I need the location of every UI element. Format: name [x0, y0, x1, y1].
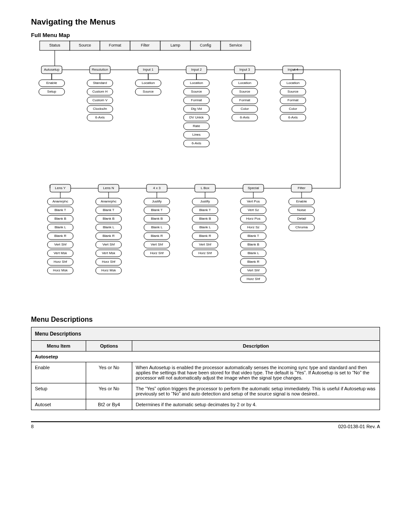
menu-tree-diagram: StatusSourceFormatFilterLampConfigServic… — [31, 40, 380, 303]
col-description: Description — [132, 341, 380, 352]
svg-text:Input 3: Input 3 — [240, 68, 250, 72]
svg-text:Blank T: Blank T — [151, 208, 163, 212]
svg-text:Vert Shf: Vert Shf — [54, 243, 67, 246]
col-menu-item: Menu Item — [31, 341, 86, 352]
svg-text:Enable: Enable — [47, 81, 57, 85]
svg-text:Blank B: Blank B — [151, 217, 163, 221]
svg-text:Horz Shf: Horz Shf — [246, 277, 260, 281]
svg-text:Horz Shf: Horz Shf — [150, 251, 164, 255]
svg-text:Special: Special — [248, 186, 259, 190]
svg-text:Autosetup: Autosetup — [44, 68, 60, 72]
svg-text:Clocks/ln: Clocks/ln — [93, 107, 107, 111]
svg-text:Horz Pos: Horz Pos — [246, 217, 261, 221]
svg-text:4 x 3: 4 x 3 — [153, 186, 161, 190]
svg-text:Horz Shf: Horz Shf — [198, 251, 212, 255]
svg-text:Custom H: Custom H — [92, 90, 108, 93]
svg-text:Input 2: Input 2 — [191, 68, 202, 72]
svg-text:Location: Location — [190, 81, 203, 85]
svg-text:Vert Shf: Vert Shf — [151, 243, 163, 246]
cell-item: Autoset — [31, 399, 86, 410]
menu-descriptions-table: Menu Descriptions Menu Item Options Desc… — [31, 327, 380, 410]
svg-text:Resolution: Resolution — [92, 68, 108, 72]
svg-text:Vert Shf: Vert Shf — [199, 243, 212, 246]
svg-text:Blank B: Blank B — [247, 243, 259, 246]
svg-text:6-Axis: 6-Axis — [95, 115, 105, 119]
svg-text:Blank R: Blank R — [247, 260, 259, 264]
doc-revision: 020-0138-01 Rev. A — [338, 424, 380, 429]
svg-text:Blank L: Blank L — [103, 225, 115, 229]
svg-text:Horz Msk: Horz Msk — [101, 268, 116, 272]
svg-text:Setup: Setup — [47, 90, 56, 93]
svg-text:Anamrphc: Anamrphc — [101, 199, 116, 203]
svg-text:Vert Msk: Vert Msk — [53, 251, 67, 255]
svg-text:Status: Status — [49, 43, 60, 47]
svg-text:Standard: Standard — [93, 81, 107, 85]
svg-text:Noise: Noise — [297, 208, 306, 212]
table-heading: Menu Descriptions — [31, 316, 380, 324]
svg-text:L Box: L Box — [201, 186, 209, 190]
svg-text:Custom V: Custom V — [92, 98, 108, 102]
svg-text:Blank R: Blank R — [54, 234, 66, 238]
svg-text:Blank L: Blank L — [248, 251, 259, 255]
svg-text:Lens Y: Lens Y — [55, 186, 66, 190]
svg-text:Color: Color — [289, 107, 297, 111]
cell-desc: When Autosetup is enabled the processor … — [132, 362, 380, 383]
svg-text:Vert Shf: Vert Shf — [103, 243, 115, 246]
svg-text:Blank L: Blank L — [199, 225, 211, 229]
cell-desc: Determines if the automatic setup decima… — [132, 399, 380, 410]
svg-text:6-Axis: 6-Axis — [288, 115, 298, 119]
svg-text:Horz Shf: Horz Shf — [53, 260, 67, 264]
svg-text:Location: Location — [238, 81, 251, 85]
svg-text:Blank R: Blank R — [199, 234, 211, 238]
svg-text:Justify: Justify — [200, 199, 210, 203]
table-title: Menu Descriptions — [31, 327, 380, 341]
svg-text:Blank T: Blank T — [55, 208, 66, 212]
svg-text:Vert Pos: Vert Pos — [247, 199, 260, 203]
page-title: Navigating the Menus — [31, 17, 380, 27]
svg-text:Location: Location — [142, 81, 155, 85]
svg-text:Horz Sz: Horz Sz — [247, 225, 259, 229]
svg-text:Source: Source — [287, 90, 299, 93]
svg-text:Vert Msk: Vert Msk — [102, 251, 115, 255]
svg-text:Blank R: Blank R — [151, 234, 163, 238]
cell-desc: The “Yes” option triggers the processor … — [132, 383, 380, 399]
svg-text:Blank T: Blank T — [103, 208, 115, 212]
svg-text:Rate: Rate — [193, 124, 200, 128]
svg-text:6-Axis: 6-Axis — [240, 115, 249, 119]
svg-text:Blank L: Blank L — [55, 225, 66, 229]
svg-text:Blank T: Blank T — [199, 208, 211, 212]
page-number: 8 — [31, 424, 34, 429]
cell-item: Setup — [31, 383, 86, 399]
svg-text:Blank T: Blank T — [248, 234, 259, 238]
svg-text:Location: Location — [286, 81, 299, 85]
cell-opt: Yes or No — [86, 362, 132, 383]
svg-text:Format: Format — [287, 98, 299, 102]
svg-text:Lamp: Lamp — [171, 43, 181, 47]
section-header: Autosetep — [31, 352, 380, 362]
svg-text:Blank L: Blank L — [151, 225, 163, 229]
cell-opt: Bt2 or By4 — [86, 399, 132, 410]
svg-text:Vert Sz: Vert Sz — [248, 208, 259, 212]
svg-text:Lens N: Lens N — [103, 186, 114, 190]
svg-text:Blank B: Blank B — [54, 217, 66, 221]
svg-text:Justify: Justify — [152, 199, 162, 203]
col-options: Options — [86, 341, 132, 352]
cell-item: Enable — [31, 362, 86, 383]
svg-text:Format: Format — [191, 98, 202, 102]
svg-text:DV Unlck: DV Unlck — [189, 115, 204, 119]
svg-text:Filter: Filter — [298, 186, 305, 190]
svg-text:Source: Source — [79, 43, 91, 47]
svg-text:Horz Msk: Horz Msk — [53, 268, 68, 272]
svg-text:Filter: Filter — [141, 43, 149, 47]
svg-text:Horz Shf: Horz Shf — [102, 260, 115, 264]
table-row: Enable Yes or No When Autosetup is enabl… — [31, 362, 380, 383]
svg-text:Config: Config — [200, 43, 211, 47]
svg-text:Chroma: Chroma — [296, 225, 308, 229]
svg-text:Format: Format — [109, 43, 121, 47]
svg-text:Vert Shf: Vert Shf — [247, 268, 260, 272]
svg-text:Source: Source — [143, 90, 154, 93]
svg-text:Lines: Lines — [192, 133, 200, 137]
cell-opt: Yes or No — [86, 383, 132, 399]
svg-text:Input 1: Input 1 — [143, 68, 154, 72]
table-row: Autoset Bt2 or By4 Determines if the aut… — [31, 399, 380, 410]
